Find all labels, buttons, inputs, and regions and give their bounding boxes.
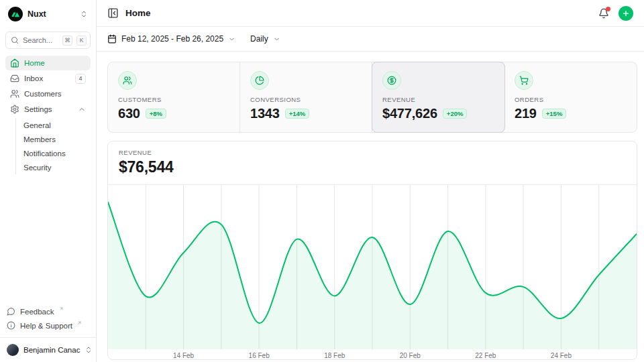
sidebar-item-inbox[interactable]: Inbox 4 (5, 71, 91, 86)
user-menu[interactable]: Benjamin Canac (7, 342, 89, 358)
chevron-up-icon (78, 105, 86, 113)
sidebar-item-settings[interactable]: Settings (5, 102, 91, 117)
info-icon (7, 321, 15, 330)
dollar-circle-icon (382, 71, 401, 90)
stat-label: CUSTOMERS (118, 96, 229, 103)
nuxt-logo-icon (8, 7, 23, 21)
stat-value: 219 (515, 106, 537, 121)
granularity-value: Daily (250, 34, 268, 44)
granularity-select[interactable]: Daily (250, 34, 280, 44)
workspace-switcher[interactable]: Nuxt (5, 5, 91, 23)
stat-delta-badge: +15% (542, 109, 567, 119)
stat-card-orders[interactable]: ORDERS 219 +15% (504, 62, 637, 132)
x-axis-tick-label: 22 Feb (475, 352, 496, 359)
main-area: Home Feb 12, 2025 - Feb 26, 2025 Daily (97, 0, 644, 362)
sidebar-item-customers[interactable]: Customers (5, 86, 91, 101)
search-input[interactable]: Search... ⌘ K (5, 32, 91, 49)
sidebar-item-general[interactable]: General (23, 118, 91, 132)
chevron-down-icon (273, 36, 280, 43)
external-link-icon (59, 306, 64, 311)
content: CUSTOMERS 630 +8% CONVERSIONS 1343 +14% (97, 52, 644, 360)
chart-metric-value: $76,544 (119, 158, 626, 176)
x-axis-tick-label: 20 Feb (400, 352, 421, 359)
stat-label: ORDERS (515, 96, 627, 103)
revenue-area-chart[interactable] (108, 185, 637, 349)
settings-subnav: General Members Notifications Security (15, 118, 91, 174)
users-icon (118, 71, 137, 90)
notification-dot (606, 7, 610, 11)
avatar (7, 344, 19, 356)
calendar-icon (107, 34, 117, 44)
search-placeholder: Search... (23, 36, 58, 44)
stats-grid: CUSTOMERS 630 +8% CONVERSIONS 1343 +14% (107, 62, 637, 133)
sidebar-item-security[interactable]: Security (23, 160, 91, 174)
filter-toolbar: Feb 12, 2025 - Feb 26, 2025 Daily (97, 27, 644, 52)
x-axis-tick-label: 14 Feb (173, 352, 194, 359)
chart-metric-label: REVENUE (119, 149, 626, 156)
sidebar: Nuxt Search... ⌘ K Home Inbox 4 (0, 0, 97, 362)
x-axis-tick-label: 16 Feb (249, 352, 270, 359)
stat-card-conversions[interactable]: CONVERSIONS 1343 +14% (240, 62, 372, 132)
chevrons-up-down-icon (85, 346, 93, 354)
collapse-sidebar-button[interactable] (107, 7, 119, 19)
sidebar-item-members[interactable]: Members (23, 132, 91, 146)
date-range-picker[interactable]: Feb 12, 2025 - Feb 26, 2025 (107, 34, 235, 44)
x-axis-tick-label: 18 Feb (324, 352, 345, 359)
stat-delta-badge: +8% (146, 109, 166, 119)
stat-value: $477,626 (382, 106, 437, 121)
stat-label: REVENUE (382, 96, 494, 103)
plus-icon (622, 9, 630, 17)
chat-bubble-icon (7, 307, 15, 316)
user-name: Benjamin Canac (23, 346, 80, 354)
stat-card-revenue[interactable]: REVENUE $477,626 +20% (372, 62, 505, 133)
sidebar-nav: Home Inbox 4 Customers Settings Genera (5, 56, 91, 176)
chart-header: REVENUE $76,544 (108, 141, 637, 185)
revenue-chart-card: REVENUE $76,544 14 Feb16 Feb18 Feb20 Feb… (107, 141, 637, 360)
chevron-down-icon (228, 36, 235, 43)
gear-icon (10, 105, 19, 114)
notifications-button[interactable] (598, 8, 609, 19)
inbox-count-badge: 4 (75, 74, 86, 84)
user-section: Benjamin Canac (0, 337, 96, 359)
home-icon (10, 58, 19, 68)
pie-chart-icon (250, 71, 269, 90)
stat-card-customers[interactable]: CUSTOMERS 630 +8% (108, 62, 240, 132)
stat-delta-badge: +20% (443, 109, 468, 119)
x-axis-tick-label: 24 Feb (551, 352, 572, 359)
sidebar-item-help-support[interactable]: Help & Support (5, 318, 91, 333)
sidebar-item-home[interactable]: Home (5, 56, 91, 70)
stat-delta-badge: +14% (285, 109, 310, 119)
workspace-name: Nuxt (28, 9, 75, 19)
search-icon (11, 36, 19, 44)
external-link-icon (77, 320, 82, 325)
shopping-cart-icon (515, 71, 533, 90)
chevrons-up-down-icon (80, 10, 88, 18)
users-icon (10, 89, 19, 99)
sidebar-item-feedback[interactable]: Feedback (5, 304, 91, 318)
topbar: Home (97, 0, 644, 27)
stat-label: CONVERSIONS (250, 96, 362, 103)
kbd-k: K (76, 36, 87, 46)
page-title: Home (125, 8, 598, 18)
add-button[interactable] (619, 6, 633, 21)
date-range-value: Feb 12, 2025 - Feb 26, 2025 (121, 34, 223, 44)
stat-value: 1343 (250, 106, 280, 121)
kbd-cmd: ⌘ (62, 36, 72, 46)
chart-x-axis: 14 Feb16 Feb18 Feb20 Feb22 Feb24 Feb (108, 349, 637, 360)
sidebar-item-notifications[interactable]: Notifications (23, 146, 91, 160)
inbox-icon (10, 74, 19, 83)
stat-value: 630 (118, 106, 140, 121)
